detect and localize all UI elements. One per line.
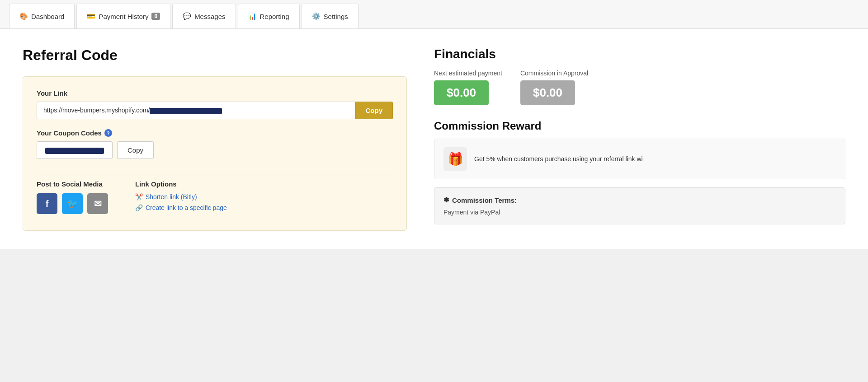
tab-dashboard[interactable]: 🎨 Dashboard	[9, 4, 75, 28]
right-column: Financials Next estimated payment $0.00 …	[434, 47, 845, 231]
payment-history-badge: 0	[151, 13, 160, 20]
referral-box: Your Link https://move-bumpers.myshopify…	[23, 76, 407, 231]
copy-link-button[interactable]: Copy	[355, 102, 393, 119]
social-section: Post to Social Media f 🐦 ✉	[37, 180, 108, 214]
tab-messages-label: Messages	[194, 13, 225, 20]
tab-payment-history[interactable]: 💳 Payment History 0	[76, 4, 170, 28]
settings-icon: ⚙️	[312, 12, 321, 20]
create-link-icon: 🔗	[135, 204, 143, 211]
create-specific-page-link[interactable]: 🔗 Create link to a specific page	[135, 204, 227, 211]
post-social-label: Post to Social Media	[37, 180, 108, 188]
tab-reporting[interactable]: 📊 Reporting	[238, 4, 300, 28]
next-payment-label: Next estimated payment	[434, 70, 502, 77]
dashboard-icon: 🎨	[19, 12, 28, 20]
reward-text: Get 5% when customers purchase using you…	[474, 154, 643, 164]
terms-symbol: ✽	[443, 196, 449, 204]
page-title: Referral Code	[23, 47, 407, 64]
tab-reporting-label: Reporting	[260, 13, 289, 20]
reporting-icon: 📊	[248, 12, 257, 20]
financials-row: Next estimated payment $0.00 Commission …	[434, 70, 845, 105]
social-link-row: Post to Social Media f 🐦 ✉	[37, 180, 393, 215]
coupon-help-icon[interactable]: ?	[104, 129, 112, 137]
terms-content: Payment via PayPal	[443, 209, 836, 216]
messages-icon: 💬	[183, 12, 191, 20]
tab-bar: 🎨 Dashboard 💳 Payment History 0 💬 Messag…	[0, 0, 868, 29]
terms-box: ✽ Commission Terms: Payment via PayPal	[434, 187, 845, 224]
email-button[interactable]: ✉	[87, 193, 108, 214]
gift-icon: 🎁	[443, 147, 467, 171]
referral-link-input[interactable]: https://move-bumpers.myshopify.com/	[37, 102, 355, 119]
tab-dashboard-label: Dashboard	[31, 13, 64, 20]
financials-title: Financials	[434, 47, 845, 61]
terms-title: ✽ Commission Terms:	[443, 196, 836, 204]
reward-box: 🎁 Get 5% when customers purchase using y…	[434, 139, 845, 179]
copy-coupon-button[interactable]: Copy	[117, 141, 154, 159]
next-payment-value: $0.00	[434, 80, 489, 105]
your-link-label: Your Link	[37, 89, 393, 97]
divider	[37, 170, 393, 170]
twitter-icon: 🐦	[67, 198, 78, 209]
link-row: https://move-bumpers.myshopify.com/ Copy	[37, 102, 393, 119]
facebook-icon: f	[46, 199, 49, 209]
social-buttons: f 🐦 ✉	[37, 193, 108, 214]
tab-payment-history-label: Payment History	[99, 13, 148, 20]
twitter-button[interactable]: 🐦	[62, 193, 83, 214]
main-content: Referral Code Your Link https://move-bum…	[0, 29, 868, 249]
shorten-link-icon: ✂️	[135, 193, 143, 200]
link-options-label: Link Options	[135, 180, 227, 188]
coupon-codes-label: Your Coupon Codes ?	[37, 129, 393, 137]
tab-settings[interactable]: ⚙️ Settings	[302, 4, 359, 28]
next-payment-item: Next estimated payment $0.00	[434, 70, 502, 105]
redacted-coupon	[45, 148, 104, 154]
commission-reward-title: Commission Reward	[434, 120, 845, 132]
commission-approval-item: Commission in Approval $0.00	[520, 70, 588, 105]
payment-history-icon: 💳	[87, 12, 95, 20]
coupon-row: Copy	[37, 141, 393, 159]
tab-messages[interactable]: 💬 Messages	[172, 4, 236, 28]
link-options-section: Link Options ✂️ Shorten link (Bitly) 🔗 C…	[135, 180, 227, 215]
email-icon: ✉	[94, 198, 102, 209]
facebook-button[interactable]: f	[37, 193, 57, 214]
shorten-link-button[interactable]: ✂️ Shorten link (Bitly)	[135, 193, 227, 200]
coupon-code-box	[37, 141, 113, 158]
redacted-link	[150, 108, 222, 114]
tab-settings-label: Settings	[324, 13, 348, 20]
commission-approval-value: $0.00	[520, 80, 575, 105]
terms-label: Commission Terms:	[452, 196, 517, 204]
commission-approval-label: Commission in Approval	[520, 70, 588, 77]
left-column: Referral Code Your Link https://move-bum…	[23, 47, 407, 231]
